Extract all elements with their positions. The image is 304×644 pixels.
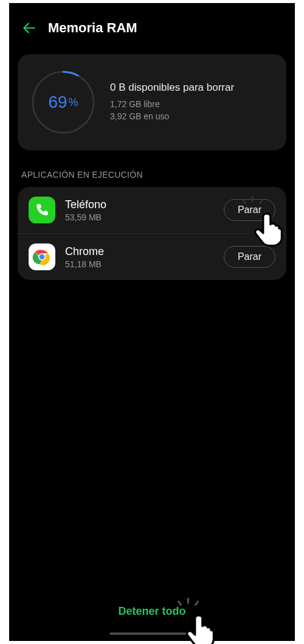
app-row: Chrome 51,18 MB Parar [18, 233, 286, 280]
stop-all-button[interactable]: Detener todo [9, 605, 295, 618]
section-header: APLICACIÓN EN EJECUCIÓN [9, 156, 295, 187]
app-size: 51,18 MB [65, 259, 214, 269]
chrome-app-icon [29, 243, 55, 270]
app-name: Chrome [65, 245, 214, 258]
app-row: Teléfono 53,59 MB Parar [18, 187, 286, 233]
stop-app-button[interactable]: Parar [224, 199, 275, 221]
header: Memoria RAM [9, 3, 295, 48]
ram-percent-value: 69 [48, 93, 67, 112]
ram-usage-card: 69% 0 B disponibles para borrar 1,72 GB … [18, 54, 286, 150]
home-indicator[interactable] [109, 632, 195, 635]
ram-percent-label: 69% [30, 69, 97, 136]
back-icon[interactable] [21, 20, 37, 36]
page-title: Memoria RAM [48, 20, 137, 36]
app-size: 53,59 MB [65, 212, 214, 222]
ram-available-title: 0 B disponibles para borrar [110, 82, 274, 94]
ram-free: 1,72 GB libre [110, 99, 274, 111]
running-apps-list: Teléfono 53,59 MB Parar Chrome 51,18 MB [18, 187, 286, 280]
ram-info: 0 B disponibles para borrar 1,72 GB libr… [110, 82, 274, 122]
phone-app-icon [29, 197, 55, 223]
stop-app-button[interactable]: Parar [224, 246, 275, 268]
ram-used: 3,92 GB en uso [110, 111, 274, 123]
ram-gauge: 69% [30, 69, 97, 136]
ram-percent-suffix: % [69, 96, 78, 109]
app-name: Teléfono [65, 198, 214, 211]
